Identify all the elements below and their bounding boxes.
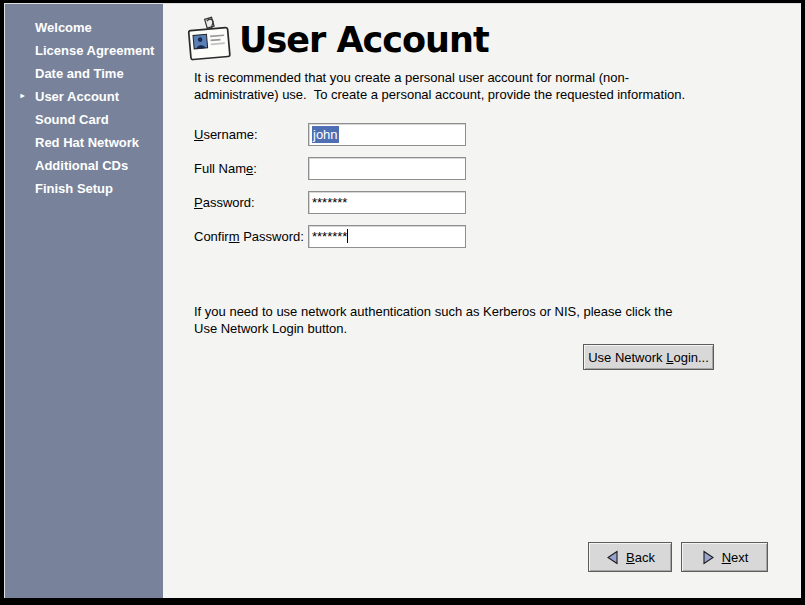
id-badge-icon: [186, 16, 234, 66]
confirm-password-label: Confirm Password:: [194, 225, 304, 248]
sidebar-item-license-agreement: License Agreement: [5, 39, 163, 62]
password-label: Password:: [194, 191, 255, 214]
button-label: Next: [722, 550, 749, 565]
intro-text: It is recommended that you create a pers…: [194, 69, 685, 103]
sidebar-item-label: Red Hat Network: [35, 135, 139, 150]
sidebar-item-welcome: Welcome: [5, 16, 163, 39]
button-label: Back: [626, 550, 655, 565]
firstboot-window: { "sidebar": { "active_marker": "\u2023"…: [0, 0, 805, 605]
sidebar-item-user-account: ‣ User Account: [5, 85, 163, 108]
back-arrow-icon: [605, 550, 620, 565]
sidebar-item-sound-card: Sound Card: [5, 108, 163, 131]
full-name-input[interactable]: [308, 157, 466, 180]
use-network-login-button[interactable]: Use Network Login...: [583, 344, 714, 370]
sidebar-item-additional-cds: Additional CDs: [5, 154, 163, 177]
sidebar-item-date-and-time: Date and Time: [5, 62, 163, 85]
sidebar-item-label: User Account: [35, 89, 119, 104]
sidebar-item-label: Sound Card: [35, 112, 109, 127]
network-auth-text: If you need to use network authenticatio…: [194, 303, 672, 337]
confirm-password-input[interactable]: *******: [308, 225, 466, 248]
password-input[interactable]: *******: [308, 191, 466, 214]
sidebar-item-label: License Agreement: [35, 43, 154, 58]
text-cursor: [347, 229, 348, 243]
active-step-arrow-icon: ‣: [19, 85, 26, 108]
wizard-content-area: Welcome License Agreement Date and Time …: [4, 3, 801, 598]
sidebar-item-label: Finish Setup: [35, 181, 113, 196]
network-auth-line-2: Use Network Login button.: [194, 320, 672, 337]
network-auth-line-1: If you need to use network authenticatio…: [194, 303, 672, 320]
username-label: Username:: [194, 123, 258, 146]
next-arrow-icon: [701, 550, 716, 565]
page-title: User Account: [239, 20, 489, 60]
selected-text: john: [312, 126, 339, 143]
full-name-label: Full Name:: [194, 157, 257, 180]
intro-line-2: administrative) use. To create a persona…: [194, 86, 685, 103]
back-button[interactable]: Back: [588, 542, 672, 572]
sidebar-item-label: Welcome: [35, 20, 92, 35]
sidebar-item-red-hat-network: Red Hat Network: [5, 131, 163, 154]
steps-sidebar: Welcome License Agreement Date and Time …: [5, 4, 163, 598]
next-button[interactable]: Next: [681, 542, 768, 572]
intro-line-1: It is recommended that you create a pers…: [194, 69, 685, 86]
sidebar-item-finish-setup: Finish Setup: [5, 177, 163, 200]
sidebar-item-label: Date and Time: [35, 66, 124, 81]
username-input[interactable]: john: [308, 123, 466, 146]
button-label: Use Network Login...: [588, 350, 709, 365]
sidebar-item-label: Additional CDs: [35, 158, 128, 173]
